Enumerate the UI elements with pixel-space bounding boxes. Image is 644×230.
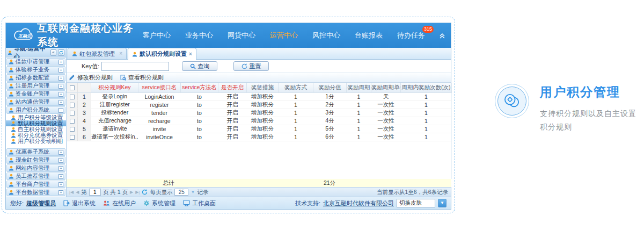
nav-item-0[interactable]: 客户中心 — [143, 31, 171, 40]
first-page-button[interactable]: |◀ — [69, 190, 74, 195]
column-header-8[interactable]: 奖励周期单位 — [371, 83, 401, 92]
per-page-label: 每页显示 — [150, 189, 172, 196]
logout-icon — [63, 200, 70, 206]
header-collapse-button[interactable] — [439, 32, 445, 39]
sidebar-group-label: 现金红包管理 — [16, 156, 49, 164]
column-header-3[interactable]: 是否开启 — [218, 83, 247, 92]
chevron-down-icon[interactable]: ▼ — [191, 190, 195, 195]
person-icon — [9, 190, 14, 195]
support-company-link[interactable]: 北京互融时代软件有限公司 — [323, 199, 394, 207]
expand-toggle-icon[interactable]: + — [58, 174, 63, 179]
sidebar-bottom-group-2[interactable]: 网站内容管理+ — [6, 164, 65, 172]
close-icon[interactable]: × — [189, 52, 192, 57]
expand-toggle-icon[interactable]: + — [58, 68, 63, 73]
expand-toggle-icon[interactable]: + — [58, 76, 63, 81]
greeting-label: 您好: — [10, 199, 24, 207]
expand-toggle-icon[interactable]: + — [58, 92, 63, 97]
row-checkbox[interactable] — [70, 95, 75, 99]
cell-1-2: to — [181, 100, 218, 109]
sidebar-group-5[interactable]: 站内通信管理+ — [6, 98, 65, 106]
sidebar-group-2[interactable]: 招标参数配置+ — [6, 74, 65, 82]
row-checkbox[interactable] — [70, 135, 75, 140]
expand-toggle-icon[interactable]: + — [58, 100, 63, 105]
skin-select[interactable]: 切换皮肤 — [397, 199, 435, 207]
username-link[interactable]: 超级管理员 — [26, 199, 56, 207]
query-button[interactable]: 查询 — [182, 61, 217, 71]
nav-item-6[interactable]: 待办任务315 — [397, 31, 425, 40]
app-body: 导航-运营中心 « 借款申请管理+体验标子业务+招标参数配置+注册用户管理+资金… — [6, 48, 451, 197]
row-checkbox[interactable] — [70, 111, 75, 116]
cell-1-9: 1 — [401, 100, 452, 109]
nav-item-1[interactable]: 业务中心 — [185, 31, 213, 40]
top-nav: 客户中心业务中心网贷中心运营中心风控中心台账报表待办任务315 — [143, 31, 439, 40]
monitor-icon — [183, 200, 190, 206]
column-header-0[interactable]: 积分规则Key — [91, 83, 138, 92]
edit-rule-button[interactable]: 修改积分规则 — [69, 74, 113, 82]
nav-item-4[interactable]: 风控中心 — [312, 31, 340, 40]
sidebar-group-1[interactable]: 体验标子业务+ — [6, 66, 65, 74]
person-icon — [9, 107, 14, 113]
expand-toggle-icon[interactable]: + — [58, 84, 63, 89]
cell-2-2: to — [181, 109, 218, 117]
tab-1[interactable]: 默认积分规则设置× — [128, 48, 196, 60]
sidebar-group-0[interactable]: 借款申请管理+ — [6, 58, 65, 66]
system-manage-button[interactable]: 系统管理 — [143, 199, 175, 207]
person-icon — [72, 51, 77, 56]
sidebar-item-4[interactable]: 用户积分变动明细 — [6, 138, 66, 144]
close-icon[interactable]: × — [119, 51, 122, 56]
sidebar-bottom-group-3[interactable]: 员工推荐管理+ — [6, 172, 65, 180]
sidebar-refresh-button[interactable] — [58, 49, 64, 56]
chevron-down-icon[interactable]: ▼ — [438, 199, 447, 207]
reset-button[interactable]: 重置 — [233, 61, 269, 71]
per-page-select[interactable]: 25 — [174, 189, 188, 196]
row-checkbox[interactable] — [70, 127, 75, 132]
nav-item-2[interactable]: 网贷中心 — [228, 31, 255, 40]
sidebar-bottom-group-4[interactable]: 平台商户管理+ — [6, 181, 65, 188]
column-header-5[interactable]: 奖励方式 — [279, 83, 313, 92]
key-input[interactable] — [101, 62, 169, 71]
row-checkbox[interactable] — [70, 103, 75, 107]
sidebar-bottom-group-5[interactable]: 平台数据管理+ — [6, 189, 65, 196]
last-page-button[interactable]: ▶| — [135, 190, 140, 195]
expand-toggle-icon[interactable]: + — [58, 60, 63, 64]
sidebar-group-open[interactable]: 用户积分系统- — [6, 106, 65, 114]
work-desktop-button[interactable]: 工作桌面 — [183, 199, 216, 207]
prev-page-button[interactable]: ◀ — [76, 190, 79, 195]
expand-toggle-icon[interactable]: + — [58, 182, 63, 187]
sidebar-group-label: 体验标子业务 — [16, 66, 49, 74]
row-checkbox[interactable] — [70, 119, 75, 124]
expand-toggle-icon[interactable]: + — [58, 158, 63, 163]
select-all-checkbox[interactable] — [70, 85, 75, 90]
expand-toggle-icon[interactable]: + — [58, 150, 63, 155]
column-header-4[interactable]: 奖惩措施 — [247, 83, 279, 92]
view-rule-button[interactable]: 查看积分规则 — [120, 74, 164, 82]
column-header-9[interactable]: 周期内奖励次数(次) — [401, 83, 452, 92]
tab-0[interactable]: 红包派发管理× — [68, 48, 127, 59]
person-icon — [132, 52, 137, 57]
column-header-2[interactable]: service方法名 — [181, 83, 218, 92]
nav-item-3[interactable]: 运营中心 — [270, 31, 298, 40]
expand-toggle-icon[interactable]: + — [58, 190, 63, 195]
app-header: 互融云 互联网金融核心业务系统 客户中心业务中心网贷中心运营中心风控中心台账报表… — [6, 23, 451, 48]
sidebar-bottom-group-0[interactable]: 优惠券子系统+ — [6, 148, 65, 156]
cell-0-7: 1 — [347, 92, 371, 100]
expand-toggle-icon[interactable]: + — [58, 166, 63, 171]
support-label: 技术支持: — [295, 199, 320, 207]
next-page-button[interactable]: ▶ — [130, 190, 133, 195]
column-header-6[interactable]: 奖励分值 — [313, 83, 347, 92]
page-input[interactable] — [89, 189, 101, 196]
logout-button[interactable]: 退出系统 — [63, 199, 96, 207]
column-header-1[interactable]: service接口名 — [138, 83, 181, 92]
person-icon — [11, 121, 16, 126]
key-label: Key值: — [82, 62, 99, 70]
sidebar-item-label: 用户积分变动明细 — [18, 138, 63, 145]
online-users-button[interactable]: 在线用户 — [103, 199, 136, 207]
sidebar-collapse-button[interactable]: « — [50, 49, 56, 56]
refresh-icon[interactable] — [142, 189, 148, 195]
sidebar-group-3[interactable]: 注册用户管理+ — [6, 82, 65, 90]
column-header-7[interactable]: 奖励周期 — [347, 83, 371, 92]
nav-item-5[interactable]: 台账报表 — [355, 31, 383, 40]
sidebar-bottom-group-1[interactable]: 现金红包管理+ — [6, 156, 65, 164]
sidebar-group-4[interactable]: 资金账户管理+ — [6, 90, 65, 98]
expand-toggle-icon[interactable]: - — [58, 108, 63, 113]
